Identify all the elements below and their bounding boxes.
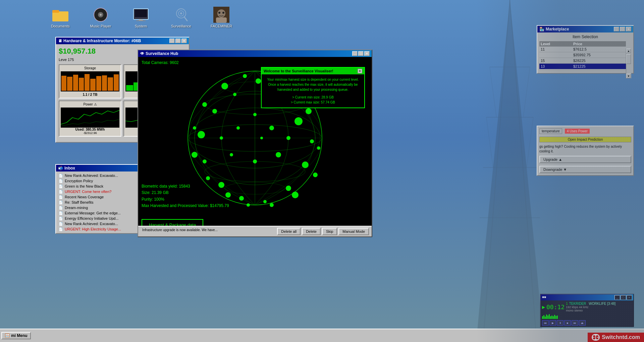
mp-scroll-down[interactable]: ▼	[626, 74, 631, 78]
surv-dialog-arrow-2: >	[291, 100, 294, 104]
marketplace-scrollbar[interactable]: ▲ ▼	[626, 49, 631, 78]
surv-dialog-arrow-1: >	[292, 95, 295, 99]
power-box: Power ⚠ Used: 380.35 MWh -$2312.96	[59, 100, 121, 137]
music-bitrate: 192 kbps 44 kHz	[566, 305, 632, 309]
music-close-button[interactable]: ×	[627, 295, 632, 300]
inbox-item-text: New Rank Achieved: Excavato...	[65, 222, 118, 226]
skip-button[interactable]: Skip	[322, 228, 337, 235]
music-stop-button[interactable]: ■	[564, 320, 571, 326]
surv-dialog-max-value: 57.74 GB	[321, 100, 335, 104]
folder-icon	[52, 7, 68, 23]
play-indicator: ▶	[542, 305, 545, 310]
svg-point-27	[218, 12, 220, 14]
inbox-titlebar-left: 📬 Inbox	[58, 166, 75, 170]
track-number: 1	[566, 302, 568, 305]
delete-all-button[interactable]: Delete all	[277, 228, 301, 235]
surv-bottom-bar: Infrastructure upgrade is now available.…	[138, 226, 372, 236]
svg-point-57	[317, 146, 320, 150]
svg-line-1	[510, 0, 537, 342]
mp-price-5	[572, 69, 626, 71]
mp-scroll-up[interactable]: ▲	[626, 49, 631, 53]
surv-window-controls: _ □ ×	[352, 51, 370, 56]
surv-dialog-close-button[interactable]: ×	[358, 69, 362, 73]
svg-point-14	[100, 14, 102, 16]
surv-dialog-min: > Current min size: 28.9 GB	[264, 95, 362, 100]
desktop-icon-system[interactable]: System	[127, 7, 154, 28]
marketplace-close-button[interactable]: ×	[626, 27, 631, 31]
music-play-button[interactable]: ▶	[549, 320, 556, 326]
storage-bar-9	[108, 77, 113, 91]
surv-dialog-title: Welcome to the Surveillance Visualiser!	[264, 69, 333, 73]
music-prev-button[interactable]: ⏮	[542, 320, 549, 326]
marketplace-section-title: Item Selection	[539, 35, 631, 39]
marketplace-titlebar: 🏪 Marketplace _ □ ×	[537, 26, 633, 32]
temperature-badge: temperature	[539, 128, 562, 134]
mp-price-2: $35992.75	[572, 52, 626, 58]
music-eq-bars	[541, 314, 633, 320]
hw-monitor-titlebar: 🖥 Hardware & Infrastructure Monitor: #06…	[56, 38, 189, 44]
power-used: Used: 380.35 MWh	[61, 128, 119, 131]
hw-maximize-button[interactable]: □	[175, 39, 181, 43]
marketplace-titlebar-left: 🏪 Marketplace	[539, 27, 569, 31]
switchntd-logo: Switchntd.com	[588, 333, 644, 342]
svg-point-73	[276, 152, 281, 157]
svg-line-6	[490, 67, 496, 117]
svg-point-51	[198, 131, 205, 138]
svg-point-50	[203, 159, 207, 163]
desktop-icon-music[interactable]: Music Player	[87, 7, 114, 28]
eq-bar-11	[555, 316, 556, 319]
data-value: Max Harvested and Processed Value: $1479…	[142, 203, 229, 209]
svg-point-63	[206, 176, 210, 180]
impact-prediction-button[interactable]: Open Impact Prediction	[539, 137, 631, 142]
manual-mode-button[interactable]: Manual Mode	[338, 228, 369, 235]
desktop-icon-documents[interactable]: Documents	[47, 7, 74, 28]
music-next-button[interactable]: ⏭	[572, 320, 578, 326]
music-pause-button[interactable]: ⏸	[557, 320, 564, 326]
music-maximize-button[interactable]: □	[621, 295, 626, 300]
mp-scroll-thumb[interactable]	[626, 54, 631, 64]
hw-window-controls: _ □ ×	[169, 39, 187, 43]
svg-point-28	[222, 12, 224, 14]
surv-data-overlay: Biometric data yield: 15843 Size: 21.39 …	[142, 183, 229, 209]
start-icon: 🪟	[5, 333, 10, 338]
svg-point-43	[294, 117, 303, 125]
mail-icon: 📄	[59, 222, 63, 226]
surveillance-hub-window: 👁 Surveillance Hub _ □ × Total Cameras: …	[138, 50, 372, 237]
delete-button[interactable]: Delete	[302, 228, 321, 235]
hw-monitor-title: Hardware & Infrastructure Monitor: #06B	[63, 39, 141, 43]
marketplace-col-price: Price	[572, 41, 626, 47]
storage-bars	[61, 71, 119, 91]
svg-point-75	[260, 137, 263, 139]
music-icon	[93, 7, 109, 23]
track-artist: TEKRIDER	[569, 302, 586, 305]
hw-minimize-button[interactable]: _	[169, 39, 175, 43]
svg-point-53	[233, 93, 236, 96]
hw-monitor-icon: 🖥	[58, 39, 62, 43]
upgrade-button[interactable]: Upgrade ▲	[539, 156, 631, 163]
surv-maximize-button[interactable]: □	[358, 51, 364, 56]
start-menu-button[interactable]: 🪟 mi Menu	[1, 332, 31, 339]
surv-minimize-button[interactable]: _	[352, 51, 358, 56]
desktop-icon-surveillance[interactable]: Surveillance	[168, 7, 195, 28]
right-panel-badges: temperature 4 Uses Power	[539, 128, 631, 134]
marketplace-maximize-button[interactable]: □	[620, 27, 625, 31]
marketplace-minimize-button[interactable]: _	[614, 27, 619, 31]
downgrade-button[interactable]: Downgrade ▼	[539, 166, 631, 173]
svg-point-52	[212, 109, 217, 114]
surv-close-button[interactable]: ×	[364, 51, 370, 56]
svg-point-74	[230, 153, 233, 156]
table-row[interactable]: 15 $28225	[539, 58, 626, 64]
music-minimize-button[interactable]: _	[614, 295, 620, 300]
table-row[interactable]: $35992.75	[539, 52, 626, 58]
svg-point-68	[243, 74, 247, 78]
desktop-icon-faceminer[interactable]: FACEMINER	[208, 7, 235, 28]
hw-close-button[interactable]: ×	[181, 39, 187, 43]
svg-line-7	[523, 67, 530, 117]
svg-point-64	[192, 152, 198, 158]
table-row-selected[interactable]: 13 $21225	[539, 64, 626, 69]
music-eject-button[interactable]: ⏏	[579, 320, 586, 326]
music-player-window: ■■ _ □ × ▶ 00:12 1 TEKRIDER WORKLIFE [3:…	[540, 294, 634, 327]
table-row[interactable]	[539, 69, 626, 71]
table-row[interactable]: 11 $7612.5	[539, 47, 626, 52]
desktop-icons-container: Documents Music Player	[47, 7, 235, 28]
